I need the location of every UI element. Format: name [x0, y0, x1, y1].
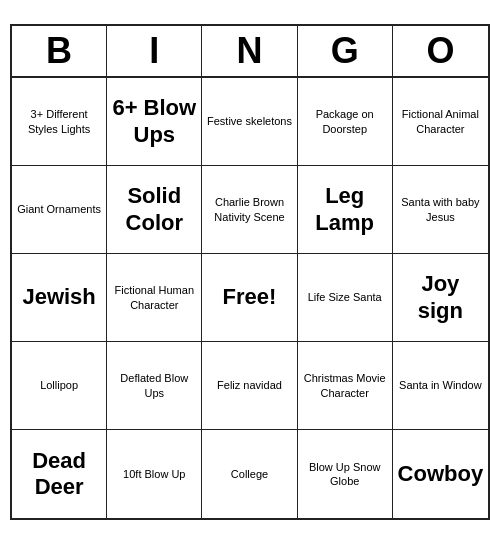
bingo-header: BINGO — [12, 26, 488, 78]
bingo-cell-19: Santa in Window — [393, 342, 488, 430]
bingo-cell-11: Fictional Human Character — [107, 254, 202, 342]
bingo-cell-9: Santa with baby Jesus — [393, 166, 488, 254]
bingo-cell-0: 3+ Different Styles Lights — [12, 78, 107, 166]
bingo-cell-7: Charlie Brown Nativity Scene — [202, 166, 297, 254]
bingo-cell-text-4: Fictional Animal Character — [397, 107, 484, 136]
bingo-cell-text-2: Festive skeletons — [207, 114, 292, 128]
bingo-cell-text-17: Feliz navidad — [217, 378, 282, 392]
bingo-cell-3: Package on Doorstep — [298, 78, 393, 166]
bingo-cell-text-20: Dead Deer — [16, 448, 102, 501]
header-letter-b: B — [12, 26, 107, 76]
bingo-card: BINGO 3+ Different Styles Lights6+ Blow … — [10, 24, 490, 520]
bingo-cell-12: Free! — [202, 254, 297, 342]
bingo-cell-2: Festive skeletons — [202, 78, 297, 166]
bingo-cell-text-6: Solid Color — [111, 183, 197, 236]
bingo-cell-4: Fictional Animal Character — [393, 78, 488, 166]
bingo-cell-text-13: Life Size Santa — [308, 290, 382, 304]
bingo-cell-6: Solid Color — [107, 166, 202, 254]
bingo-cell-23: Blow Up Snow Globe — [298, 430, 393, 518]
header-letter-g: G — [298, 26, 393, 76]
bingo-cell-21: 10ft Blow Up — [107, 430, 202, 518]
bingo-cell-8: Leg Lamp — [298, 166, 393, 254]
bingo-cell-text-16: Deflated Blow Ups — [111, 371, 197, 400]
bingo-cell-17: Feliz navidad — [202, 342, 297, 430]
bingo-cell-text-0: 3+ Different Styles Lights — [16, 107, 102, 136]
bingo-cell-text-18: Christmas Movie Character — [302, 371, 388, 400]
bingo-cell-1: 6+ Blow Ups — [107, 78, 202, 166]
bingo-cell-text-12: Free! — [223, 284, 277, 310]
header-letter-o: O — [393, 26, 488, 76]
bingo-cell-text-3: Package on Doorstep — [302, 107, 388, 136]
header-letter-n: N — [202, 26, 297, 76]
bingo-cell-text-14: Joy sign — [397, 271, 484, 324]
bingo-cell-24: Cowboy — [393, 430, 488, 518]
bingo-cell-text-9: Santa with baby Jesus — [397, 195, 484, 224]
bingo-cell-18: Christmas Movie Character — [298, 342, 393, 430]
bingo-cell-14: Joy sign — [393, 254, 488, 342]
bingo-cell-text-23: Blow Up Snow Globe — [302, 460, 388, 489]
bingo-cell-text-19: Santa in Window — [399, 378, 482, 392]
bingo-grid: 3+ Different Styles Lights6+ Blow UpsFes… — [12, 78, 488, 518]
bingo-cell-text-5: Giant Ornaments — [17, 202, 101, 216]
bingo-cell-text-24: Cowboy — [398, 461, 484, 487]
bingo-cell-text-21: 10ft Blow Up — [123, 467, 185, 481]
header-letter-i: I — [107, 26, 202, 76]
bingo-cell-text-22: College — [231, 467, 268, 481]
bingo-cell-5: Giant Ornaments — [12, 166, 107, 254]
bingo-cell-text-1: 6+ Blow Ups — [111, 95, 197, 148]
bingo-cell-text-10: Jewish — [22, 284, 95, 310]
bingo-cell-text-11: Fictional Human Character — [111, 283, 197, 312]
bingo-cell-20: Dead Deer — [12, 430, 107, 518]
bingo-cell-text-7: Charlie Brown Nativity Scene — [206, 195, 292, 224]
bingo-cell-text-15: Lollipop — [40, 378, 78, 392]
bingo-cell-16: Deflated Blow Ups — [107, 342, 202, 430]
bingo-cell-15: Lollipop — [12, 342, 107, 430]
bingo-cell-10: Jewish — [12, 254, 107, 342]
bingo-cell-text-8: Leg Lamp — [302, 183, 388, 236]
bingo-cell-22: College — [202, 430, 297, 518]
bingo-cell-13: Life Size Santa — [298, 254, 393, 342]
